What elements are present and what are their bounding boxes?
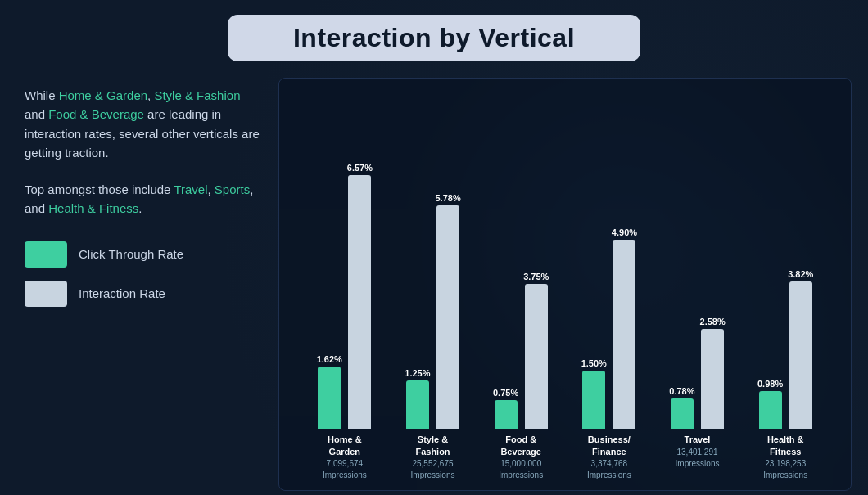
ctr-label-0: 1.62% bbox=[317, 354, 342, 364]
ctr-bar-1 bbox=[406, 380, 429, 429]
left-panel: While Home & Garden, Style & Fashion and… bbox=[25, 78, 262, 491]
category-name-2: Food & bbox=[477, 434, 565, 445]
highlight-sports: Sports bbox=[215, 182, 250, 196]
highlight-health-fitness: Health & Fitness bbox=[48, 201, 138, 215]
category-name-1: Style & bbox=[389, 434, 477, 445]
category-label-0: Home &Garden7,099,674Impressions bbox=[301, 429, 389, 480]
bar-group-5: 0.98%3.82% bbox=[741, 269, 830, 429]
highlight-food-beverage: Food & Beverage bbox=[48, 107, 144, 121]
category-impressions2-5: Impressions bbox=[741, 470, 830, 480]
category-name2-3: Finance bbox=[565, 446, 653, 457]
category-label-1: Style &Fashion25,552,675Impressions bbox=[389, 429, 477, 480]
ir-bar-2 bbox=[525, 284, 548, 429]
bar-group-3: 1.50%4.90% bbox=[565, 227, 653, 429]
ctr-label-1: 1.25% bbox=[405, 368, 430, 378]
ir-bar-0 bbox=[348, 175, 371, 429]
category-label-2: Food &Beverage15,000,000Impressions bbox=[477, 429, 565, 480]
legend-box-ir bbox=[25, 281, 67, 307]
ctr-bar-5 bbox=[759, 391, 782, 429]
ir-bar-wrapper-4: 2.58% bbox=[700, 317, 726, 429]
highlight-travel: Travel bbox=[174, 182, 207, 196]
ir-label-1: 5.78% bbox=[436, 193, 461, 203]
ir-label-0: 6.57% bbox=[347, 163, 373, 173]
category-name2-0: Garden bbox=[301, 446, 389, 457]
legend-item-ir: Interaction Rate bbox=[25, 281, 262, 307]
category-name-3: Business/ bbox=[565, 434, 653, 445]
ir-bar-3 bbox=[613, 240, 635, 429]
legend-label-ctr: Click Through Rate bbox=[79, 247, 183, 261]
bar-group-4: 0.78%2.58% bbox=[653, 317, 742, 429]
title-background: Interaction by Vertical bbox=[228, 15, 640, 61]
highlight-style-fashion: Style & Fashion bbox=[154, 88, 240, 102]
bar-group-2: 0.75%3.75% bbox=[477, 272, 565, 429]
ctr-label-4: 0.78% bbox=[669, 386, 694, 396]
category-labels: Home &Garden7,099,674ImpressionsStyle &F… bbox=[292, 429, 838, 480]
ir-label-5: 3.82% bbox=[788, 269, 813, 279]
ctr-bar-wrapper-4: 0.78% bbox=[669, 386, 694, 429]
ir-bar-wrapper-0: 6.57% bbox=[347, 163, 373, 429]
category-impressions-4: 13,401,291 bbox=[653, 447, 742, 457]
ctr-bar-wrapper-1: 1.25% bbox=[405, 368, 430, 429]
description-2: Top amongst those include Travel, Sports… bbox=[25, 180, 262, 218]
chart-panel: 1.62%6.57%1.25%5.78%0.75%3.75%1.50%4.90%… bbox=[278, 78, 852, 491]
category-label-5: Health &Fitness23,198,253Impressions bbox=[741, 429, 830, 480]
ctr-bar-wrapper-3: 1.50% bbox=[581, 358, 607, 429]
ir-label-2: 3.75% bbox=[523, 272, 549, 281]
bars-area: 1.62%6.57%1.25%5.78%0.75%3.75%1.50%4.90%… bbox=[292, 92, 838, 429]
legend-box-ctr bbox=[25, 241, 67, 268]
category-impressions-2: 15,000,000 bbox=[477, 458, 565, 469]
category-label-4: Travel13,401,291Impressions bbox=[653, 429, 742, 480]
ctr-bar-0 bbox=[318, 367, 341, 429]
ir-bar-1 bbox=[436, 205, 459, 429]
category-impressions-5: 23,198,253 bbox=[741, 458, 830, 469]
description-1: While Home & Garden, Style & Fashion and… bbox=[25, 86, 262, 162]
legend-item-ctr: Click Through Rate bbox=[25, 241, 262, 268]
ctr-bar-2 bbox=[495, 400, 518, 429]
category-impressions-0: 7,099,674 bbox=[301, 458, 389, 469]
category-name-0: Home & bbox=[301, 434, 389, 445]
category-impressions-3: 3,374,768 bbox=[565, 458, 653, 469]
category-name-4: Travel bbox=[653, 434, 742, 445]
bar-group-0: 1.62%6.57% bbox=[301, 163, 389, 429]
ctr-bar-3 bbox=[582, 371, 605, 429]
ir-bar-wrapper-5: 3.82% bbox=[788, 269, 813, 429]
ir-bar-wrapper-3: 4.90% bbox=[612, 227, 637, 429]
ctr-label-2: 0.75% bbox=[493, 388, 518, 398]
ctr-bar-4 bbox=[671, 398, 694, 429]
category-impressions2-4: Impressions bbox=[653, 458, 742, 469]
category-name2-1: Fashion bbox=[389, 446, 477, 457]
category-name2-2: Beverage bbox=[477, 446, 565, 457]
ctr-bar-wrapper-5: 0.98% bbox=[757, 379, 783, 429]
ir-label-4: 2.58% bbox=[700, 317, 726, 326]
ctr-bar-wrapper-0: 1.62% bbox=[317, 354, 342, 429]
ctr-label-3: 1.50% bbox=[581, 358, 607, 368]
page-title: Interaction by Vertical bbox=[293, 23, 575, 53]
ir-bar-5 bbox=[789, 281, 812, 429]
ir-bar-wrapper-2: 3.75% bbox=[523, 272, 549, 429]
ir-label-3: 4.90% bbox=[612, 227, 637, 237]
highlight-home-garden: Home & Garden bbox=[59, 88, 147, 102]
ir-bar-wrapper-1: 5.78% bbox=[436, 193, 461, 429]
category-impressions2-2: Impressions bbox=[477, 470, 565, 480]
chart-inner: 1.62%6.57%1.25%5.78%0.75%3.75%1.50%4.90%… bbox=[292, 92, 838, 480]
legend: Click Through Rate Interaction Rate bbox=[25, 241, 262, 307]
title-section: Interaction by Vertical bbox=[0, 0, 868, 70]
ctr-label-5: 0.98% bbox=[757, 379, 783, 389]
ir-bar-4 bbox=[701, 329, 724, 429]
bar-group-1: 1.25%5.78% bbox=[389, 193, 477, 429]
category-impressions2-1: Impressions bbox=[389, 470, 477, 480]
main-content: While Home & Garden, Style & Fashion and… bbox=[0, 70, 868, 495]
ctr-bar-wrapper-2: 0.75% bbox=[493, 388, 518, 429]
category-name-5: Health & bbox=[741, 434, 830, 445]
legend-label-ir: Interaction Rate bbox=[79, 286, 165, 300]
category-name2-5: Fitness bbox=[741, 446, 830, 457]
category-impressions-1: 25,552,675 bbox=[389, 458, 477, 469]
category-impressions2-3: Impressions bbox=[565, 470, 653, 480]
category-label-3: Business/Finance3,374,768Impressions bbox=[565, 429, 653, 480]
category-impressions2-0: Impressions bbox=[301, 470, 389, 480]
